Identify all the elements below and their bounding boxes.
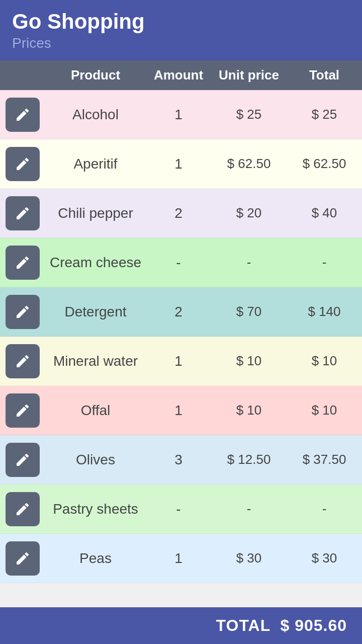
cell-total: $ 140 xyxy=(287,304,362,319)
cell-amount: 1 xyxy=(146,353,211,369)
cell-amount: 1 xyxy=(146,403,211,419)
edit-button[interactable] xyxy=(6,344,40,378)
cell-product: Detergent xyxy=(45,304,146,320)
col-header-unit-price: Unit price xyxy=(211,67,287,83)
table-row: Offal 1 $ 10 $ 10 xyxy=(0,386,362,435)
table-row: Peas 1 $ 30 $ 30 xyxy=(0,534,362,583)
cell-product: Offal xyxy=(45,403,146,419)
table-row: Pastry sheets - - - xyxy=(0,485,362,534)
app-title: Go Shopping xyxy=(12,10,350,33)
cell-unit-price: $ 62.50 xyxy=(211,156,287,172)
cell-amount: - xyxy=(146,255,211,271)
footer-total: TOTAL $ 905.60 xyxy=(0,607,362,644)
edit-button[interactable] xyxy=(6,196,40,230)
cell-amount: - xyxy=(146,501,211,517)
edit-button[interactable] xyxy=(6,98,40,132)
cell-product: Peas xyxy=(45,550,146,567)
table-body: Alcohol 1 $ 25 $ 25 Aperitif 1 $ 62.50 $… xyxy=(0,90,362,623)
cell-unit-price: $ 12.50 xyxy=(211,452,287,467)
cell-total: $ 37.50 xyxy=(287,452,362,467)
cell-total: - xyxy=(287,255,362,270)
cell-unit-price: $ 10 xyxy=(211,353,287,369)
table-row: Mineral water 1 $ 10 $ 10 xyxy=(0,337,362,386)
table-row: Cream cheese - - - xyxy=(0,238,362,287)
edit-button[interactable] xyxy=(6,147,40,181)
cell-product: Chili pepper xyxy=(45,205,146,221)
cell-unit-price: $ 20 xyxy=(211,205,287,221)
app-subtitle: Prices xyxy=(12,35,350,51)
cell-total: $ 62.50 xyxy=(287,156,362,172)
edit-button[interactable] xyxy=(6,443,40,477)
table-row: Alcohol 1 $ 25 $ 25 xyxy=(0,90,362,139)
cell-total: $ 40 xyxy=(287,205,362,221)
cell-unit-price: $ 30 xyxy=(211,550,287,566)
cell-total: - xyxy=(287,501,362,517)
table-row: Aperitif 1 $ 62.50 $ 62.50 xyxy=(0,139,362,189)
col-header-total: Total xyxy=(287,67,362,83)
cell-amount: 2 xyxy=(146,304,211,320)
cell-product: Mineral water xyxy=(45,353,146,369)
cell-amount: 2 xyxy=(146,205,211,221)
cell-product: Cream cheese xyxy=(45,255,146,271)
table-header: Product Amount Unit price Total xyxy=(0,60,362,90)
cell-unit-price: $ 70 xyxy=(211,304,287,319)
cell-total: $ 10 xyxy=(287,353,362,369)
app-header: Go Shopping Prices xyxy=(0,0,362,60)
cell-total: $ 30 xyxy=(287,550,362,566)
col-header-product: Product xyxy=(45,67,146,83)
cell-total: $ 10 xyxy=(287,403,362,418)
edit-button[interactable] xyxy=(6,541,40,576)
total-label: TOTAL $ 905.60 xyxy=(216,616,347,635)
cell-amount: 1 xyxy=(146,156,211,172)
col-header-amount: Amount xyxy=(146,67,211,83)
cell-total: $ 25 xyxy=(287,107,362,122)
cell-unit-price: $ 10 xyxy=(211,403,287,418)
cell-amount: 1 xyxy=(146,107,211,123)
cell-amount: 1 xyxy=(146,550,211,567)
table-row: Detergent 2 $ 70 $ 140 xyxy=(0,287,362,337)
table-row: Olives 3 $ 12.50 $ 37.50 xyxy=(0,435,362,485)
edit-button[interactable] xyxy=(6,393,40,428)
cell-product: Pastry sheets xyxy=(45,501,146,517)
cell-product: Olives xyxy=(45,452,146,468)
cell-unit-price: - xyxy=(211,255,287,270)
cell-product: Aperitif xyxy=(45,156,146,172)
edit-button[interactable] xyxy=(6,492,40,526)
cell-product: Alcohol xyxy=(45,107,146,123)
cell-unit-price: $ 25 xyxy=(211,107,287,122)
edit-button[interactable] xyxy=(6,246,40,280)
table-row: Chili pepper 2 $ 20 $ 40 xyxy=(0,189,362,238)
edit-button[interactable] xyxy=(6,295,40,329)
cell-unit-price: - xyxy=(211,501,287,517)
cell-amount: 3 xyxy=(146,452,211,468)
